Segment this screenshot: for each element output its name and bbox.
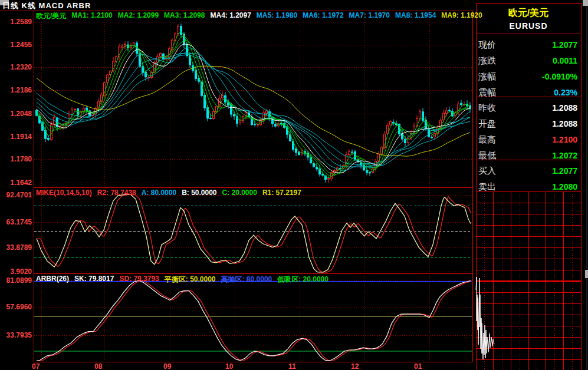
quote-value: 0.0011 xyxy=(553,56,577,65)
candle-body-down xyxy=(449,110,451,111)
quote-label: 现价 xyxy=(478,39,496,51)
quote-value: -0.0910% xyxy=(542,72,577,81)
candle-body-up xyxy=(71,110,73,114)
month-label-08: 08 xyxy=(94,362,102,370)
quote-value: 1.2077 xyxy=(552,40,577,49)
mike-header-part-1: R2: 78.7438 xyxy=(97,189,136,197)
arbr-header-part-5: 低吸区: 20.0000 xyxy=(277,275,329,285)
price-axis-label: 1.2048 xyxy=(1,110,32,118)
arbr-axis-label: 33.7935 xyxy=(1,331,32,339)
mike-axis-label: 63.1745 xyxy=(1,218,32,226)
candle-body-up xyxy=(408,138,409,143)
price-axis-label: 1.2455 xyxy=(1,41,32,49)
candle-body-down xyxy=(228,103,229,105)
quote-row: 涨跌0.0011 xyxy=(476,53,581,68)
scrollbar-up-button[interactable] xyxy=(583,0,588,6)
quote-row: 卖出1.2080 xyxy=(476,179,581,194)
quote-label: 买入 xyxy=(478,166,496,177)
price-axis-label: 1.1780 xyxy=(1,155,32,163)
scrollbar-thumb[interactable] xyxy=(585,270,588,278)
price-axis-label: 1.1914 xyxy=(1,133,32,141)
candle-body-down xyxy=(210,118,212,118)
candle-body-down xyxy=(431,137,433,138)
ma-line-white xyxy=(37,44,470,173)
candle-body-down xyxy=(142,67,144,72)
quote-row: 买入1.2077 xyxy=(476,163,581,179)
quote-label: 最低 xyxy=(478,150,496,161)
candle-body-up xyxy=(133,43,135,45)
price-axis-label: 1.2589 xyxy=(1,18,32,26)
arbr-header-part-0: ARBR(26) xyxy=(36,275,69,285)
quote-label: 开盘 xyxy=(478,118,496,130)
candle-body-down xyxy=(352,152,353,153)
mike-header-part-2: A: 80.0000 xyxy=(142,189,176,197)
mike-header-part-0: MIKE(10,14,5,10) xyxy=(36,189,92,197)
ma-label-ma4: MA4: 1.2097 xyxy=(210,11,251,21)
mike-axis-label: 3.9020 xyxy=(1,267,32,276)
mike-axis-label: 92.4701 xyxy=(1,191,32,199)
quote-value: 1.2072 xyxy=(552,151,577,160)
candle-body-up xyxy=(160,53,162,56)
candle-body-up xyxy=(74,110,76,110)
candle-body-down xyxy=(313,164,315,167)
quote-row: 最高1.2100 xyxy=(476,132,581,147)
candle-body-down xyxy=(422,112,424,120)
ma-label-ma3: MA3: 1.2098 xyxy=(164,11,205,21)
quote-value: 0.23% xyxy=(554,88,577,97)
mike-indicator-header: MIKE(10,14,5,10)R2: 78.7438A: 80.0000B: … xyxy=(36,189,301,197)
ma-label-ma8: MA8: 1.1954 xyxy=(395,11,436,21)
quote-row: 最低1.2072 xyxy=(476,148,581,163)
arbr-sk-line xyxy=(37,280,471,361)
candle-body-down xyxy=(295,148,297,153)
arbr-header-part-2: SD: 79.3793 xyxy=(119,275,159,285)
chart-symbol-label: 欧元/美元 xyxy=(36,11,66,21)
candle-body-up xyxy=(266,111,268,113)
price-axis-label: 1.1642 xyxy=(1,179,32,187)
quote-label: 最高 xyxy=(478,134,496,146)
month-label-10: 10 xyxy=(225,362,233,370)
quote-label: 昨收 xyxy=(478,103,496,114)
candle-body-down xyxy=(180,27,182,35)
candle-body-up xyxy=(121,46,123,47)
mike-header-part-3: B: 50.0000 xyxy=(182,189,216,197)
candle-body-up xyxy=(419,112,421,119)
candle-body-down xyxy=(322,174,324,176)
quote-row: 涨幅-0.0910% xyxy=(476,69,581,84)
quote-value: 1.2077 xyxy=(552,166,577,176)
candle-body-up xyxy=(328,179,330,179)
month-label-09: 09 xyxy=(163,362,171,370)
mike-header-part-5: R1: 57.2197 xyxy=(262,189,301,197)
ma-labels-row: MA1: 1.2100MA2: 1.2099MA3: 1.2098MA4: 1.… xyxy=(71,11,482,21)
quote-label: 涨幅 xyxy=(478,71,496,82)
mike-line-white xyxy=(37,195,471,273)
quote-row: 震幅0.23% xyxy=(476,85,581,100)
mike-header-part-4: C: 20.0000 xyxy=(222,189,257,197)
quote-row: 开盘1.2088 xyxy=(476,116,581,131)
candle-body-down xyxy=(254,124,256,125)
arbr-header-part-3: 平衡区: 50.0000 xyxy=(165,275,216,285)
arbr-header-part-4: 高抛区: 80.0000 xyxy=(221,275,272,285)
ma-line-cyan xyxy=(37,54,470,167)
quote-value: 1.2100 xyxy=(552,135,577,144)
arbr-indicator-header: ARBR(26)SK: 79.8017SD: 79.3793平衡区: 50.00… xyxy=(36,275,329,285)
quote-value: 1.2088 xyxy=(552,103,577,113)
tick-zigzag-line xyxy=(476,277,494,359)
arbr-axis-label: 81.0899 xyxy=(1,276,32,285)
arbr-axis-label: 57.6960 xyxy=(1,303,32,311)
candle-body-down xyxy=(369,173,371,173)
candle-body-down xyxy=(461,103,462,104)
quote-value: 1.2088 xyxy=(552,119,577,128)
quote-row: 昨收1.2088 xyxy=(476,100,581,115)
ma-line-green xyxy=(37,36,470,176)
quote-label: 震幅 xyxy=(478,87,496,98)
ma-line-cyan xyxy=(37,54,470,168)
candle-body-up xyxy=(107,75,109,82)
candle-body-up xyxy=(239,121,241,123)
ma-label-ma6: MA6: 1.1972 xyxy=(303,11,343,21)
quote-symbol-cn: 欧元/美元 xyxy=(476,7,581,19)
candle-body-down xyxy=(275,124,277,126)
ma-label-ma1: MA1: 1.2100 xyxy=(71,11,112,21)
main-chart-header: 欧元/美元 MA1: 1.2100MA2: 1.2099MA3: 1.2098M… xyxy=(36,11,482,21)
month-label-12: 12 xyxy=(351,362,359,370)
month-label-01: 01 xyxy=(414,362,422,370)
